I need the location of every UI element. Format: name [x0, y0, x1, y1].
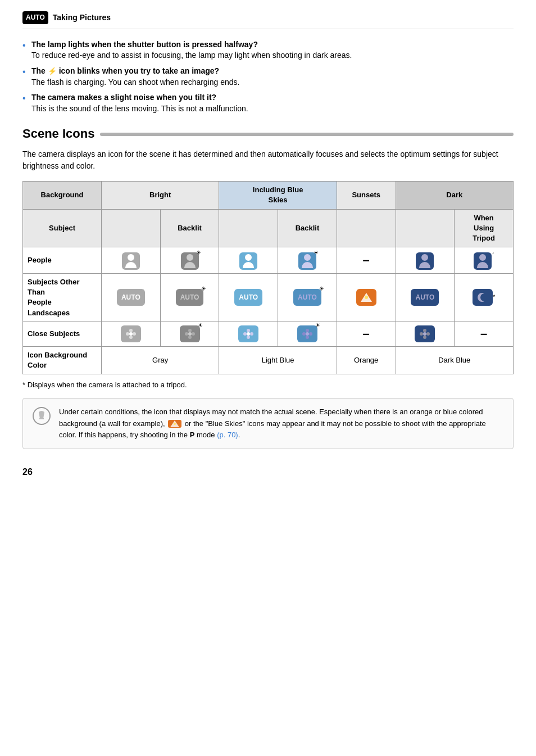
- cell-people-tripod: ✦ *: [455, 247, 514, 274]
- cell-close-bright-backlit: ☀: [160, 322, 219, 346]
- sub-header-tripod: WhenUsingTripod: [455, 209, 514, 247]
- bullet-item-2: The ⚡ icon blinks when you try to take a…: [22, 66, 514, 88]
- col-header-sunsets: Sunsets: [337, 182, 396, 209]
- svg-point-22: [423, 332, 426, 336]
- bullet-1-bold: The lamp lights when the shutter button …: [31, 39, 514, 51]
- note-text: Under certain conditions, the icon that …: [59, 406, 504, 440]
- table-row-close: Close Subjects: [23, 322, 514, 346]
- row-label-bg-color: Icon Background Color: [23, 346, 102, 374]
- svg-point-30: [174, 423, 176, 425]
- col-header-background: Background: [23, 182, 102, 209]
- svg-point-14: [247, 336, 250, 339]
- note-icon: [32, 406, 51, 431]
- bullet-list: The lamp lights when the shutter button …: [22, 39, 514, 115]
- cell-close-sunsets: –: [337, 322, 396, 346]
- bullet-2-bold: The ⚡ icon blinks when you try to take a…: [31, 66, 514, 77]
- cell-people-bright-backlit: ☀: [160, 247, 219, 274]
- sub-header-empty1: [102, 209, 161, 247]
- table-row-subjects: Subjects Other ThanPeopleLandscapes AUTO…: [23, 274, 514, 322]
- page-header: AUTO Taking Pictures: [22, 11, 514, 29]
- svg-point-24: [423, 336, 426, 339]
- svg-point-6: [133, 332, 136, 336]
- svg-point-1: [365, 296, 368, 299]
- sub-header-empty3: [337, 209, 396, 247]
- sub-header-empty2: [219, 209, 278, 247]
- bullet-2-text: The flash is charging. You can shoot whe…: [31, 78, 239, 87]
- sub-header-subject: Subject: [23, 209, 102, 247]
- svg-point-4: [129, 336, 133, 339]
- svg-point-21: [309, 332, 312, 336]
- svg-point-15: [243, 332, 247, 336]
- bullet-item-1: The lamp lights when the shutter button …: [22, 39, 514, 61]
- row-label-subjects: Subjects Other ThanPeopleLandscapes: [23, 274, 102, 322]
- cell-subjects-dark: AUTO: [396, 274, 455, 322]
- svg-point-10: [185, 332, 188, 336]
- cell-subjects-bright: AUTO: [102, 274, 161, 322]
- cell-bg-gray: Gray: [102, 346, 219, 374]
- page-number: 26: [22, 466, 514, 478]
- section-title: Scene Icons: [22, 125, 514, 143]
- cell-close-incblue: [219, 322, 278, 346]
- cell-subjects-tripod: *: [455, 274, 514, 322]
- section-title-bar: [100, 133, 514, 136]
- cell-subjects-incblue: AUTO: [219, 274, 278, 322]
- col-header-incblue: Including BlueSkies: [219, 182, 337, 209]
- svg-point-19: [306, 336, 309, 339]
- svg-point-23: [423, 329, 426, 332]
- cell-bg-orange: Orange: [337, 346, 396, 374]
- footnote: * Displays when the camera is attached t…: [22, 380, 514, 390]
- table-row-people: People ☀: [23, 247, 514, 274]
- cell-subjects-sunsets: [337, 274, 396, 322]
- cell-people-dark: [396, 247, 455, 274]
- sub-header-backlit1: Backlit: [160, 209, 219, 247]
- cell-subjects-incblue-backlit: AUTO ☀: [278, 274, 337, 322]
- svg-point-8: [188, 329, 192, 332]
- bullet-1-text: To reduce red-eye and to assist in focus…: [31, 51, 352, 60]
- svg-point-7: [188, 332, 192, 336]
- sub-header-backlit2: Backlit: [278, 209, 337, 247]
- note-box: Under certain conditions, the icon that …: [22, 398, 514, 449]
- svg-point-17: [306, 332, 309, 336]
- svg-point-13: [247, 329, 250, 332]
- svg-point-12: [247, 332, 250, 336]
- cell-subjects-bright-backlit: AUTO ☀: [160, 274, 219, 322]
- row-label-close: Close Subjects: [23, 322, 102, 346]
- bullet-item-3: The camera makes a slight noise when you…: [22, 92, 514, 114]
- svg-point-16: [250, 332, 253, 336]
- section-description: The camera displays an icon for the scen…: [22, 148, 514, 172]
- cell-close-tripod: –: [455, 322, 514, 346]
- bullet-3-bold: The camera makes a slight noise when you…: [31, 92, 514, 103]
- svg-point-25: [420, 332, 423, 336]
- cell-bg-lightblue: Light Blue: [219, 346, 337, 374]
- table-row-bg-color: Icon Background Color Gray Light Blue Or…: [23, 346, 514, 374]
- col-header-dark: Dark: [396, 182, 513, 209]
- cell-people-incblue: [219, 247, 278, 274]
- row-label-people: People: [23, 247, 102, 274]
- cell-people-incblue-backlit: ☀: [278, 247, 337, 274]
- svg-point-18: [306, 329, 309, 332]
- svg-point-26: [426, 332, 430, 336]
- note-link[interactable]: (p. 70): [217, 431, 238, 439]
- bullet-3-text: This is the sound of the lens moving. Th…: [31, 104, 248, 113]
- svg-point-5: [126, 332, 129, 336]
- cell-people-bright: [102, 247, 161, 274]
- svg-point-20: [302, 332, 306, 336]
- sub-header-empty4: [396, 209, 455, 247]
- cell-bg-darkblue: Dark Blue: [396, 346, 513, 374]
- scene-icons-table: Background Bright Including BlueSkies Su…: [22, 181, 514, 374]
- cell-close-incblue-backlit: ☀: [278, 322, 337, 346]
- svg-point-2: [129, 332, 133, 336]
- auto-badge: AUTO: [22, 11, 48, 24]
- cell-people-sunsets: –: [337, 247, 396, 274]
- svg-point-9: [188, 336, 192, 339]
- header-title: Taking Pictures: [53, 12, 111, 24]
- col-header-bright: Bright: [102, 182, 219, 209]
- svg-point-3: [129, 329, 133, 332]
- cell-close-dark: [396, 322, 455, 346]
- cell-close-bright: [102, 322, 161, 346]
- svg-point-11: [192, 332, 195, 336]
